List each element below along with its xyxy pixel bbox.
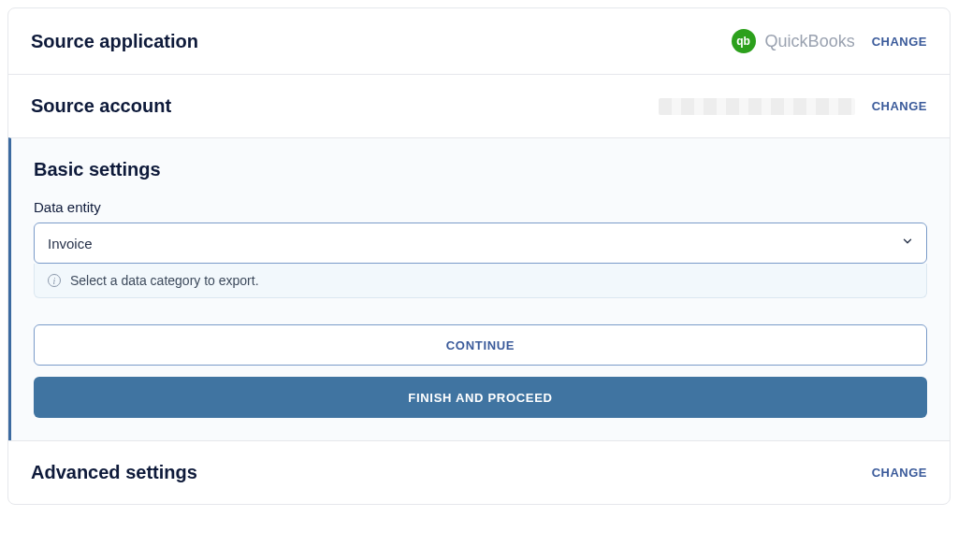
info-icon: i <box>48 274 61 287</box>
source-application-value: qb QuickBooks <box>732 29 855 53</box>
quickbooks-icon: qb <box>732 29 756 53</box>
data-entity-label: Data entity <box>34 199 927 215</box>
advanced-settings-title: Advanced settings <box>31 462 197 483</box>
data-entity-helper: i Select a data category to export. <box>34 264 927 298</box>
change-source-account-link[interactable]: CHANGE <box>872 99 927 113</box>
data-entity-select[interactable]: Invoice <box>34 223 927 264</box>
change-source-application-link[interactable]: CHANGE <box>872 35 927 49</box>
source-account-section: Source account CHANGE <box>8 74 950 137</box>
basic-settings-section: Basic settings Data entity Invoice i Sel… <box>8 137 950 440</box>
basic-settings-title: Basic settings <box>34 159 927 180</box>
data-entity-helper-text: Select a data category to export. <box>70 273 259 288</box>
source-account-title: Source account <box>31 95 171 117</box>
finish-and-proceed-button[interactable]: FINISH AND PROCEED <box>34 377 927 418</box>
source-application-right: qb QuickBooks CHANGE <box>732 29 927 53</box>
change-advanced-settings-link[interactable]: CHANGE <box>872 466 927 480</box>
data-entity-select-value: Invoice <box>34 223 927 264</box>
source-application-section: Source application qb QuickBooks CHANGE <box>8 8 950 74</box>
source-account-right: CHANGE <box>659 98 927 115</box>
advanced-settings-section: Advanced settings CHANGE <box>8 440 950 504</box>
source-application-name: QuickBooks <box>765 32 855 51</box>
settings-card: Source application qb QuickBooks CHANGE … <box>7 7 951 505</box>
source-account-value-redacted <box>659 98 855 115</box>
source-application-title: Source application <box>31 31 198 52</box>
continue-button[interactable]: CONTINUE <box>34 324 927 366</box>
